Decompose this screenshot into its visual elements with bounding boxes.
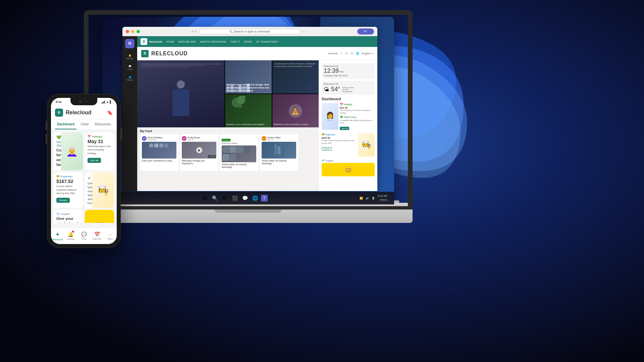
nav-activity[interactable]: 🔔 Activity <box>64 231 77 240</box>
phone-screen: 9:41 ▲ ▌ R Relecloud 🔖 <box>51 98 117 244</box>
signal-bar-4 <box>104 101 105 104</box>
nav-find-it[interactable]: FIND IT <box>230 40 240 43</box>
feed-item-2[interactable]: EB Emily Bruan Sep 19 <box>180 134 218 171</box>
featured-source: Relecloud News <box>222 142 256 144</box>
nav-chat[interactable]: 💬 Chat <box>77 232 90 240</box>
teams-logo-icon: R <box>125 39 135 48</box>
nav-who-we-are[interactable]: WHO WE ARE <box>178 40 196 43</box>
traffic-light-yellow[interactable] <box>131 30 135 33</box>
nav-relecloud[interactable]: ✦ Relecloud <box>51 231 64 241</box>
site-title: RELECLOUD <box>151 51 188 57</box>
expenses-icon: 💳 <box>56 175 60 178</box>
search-icon: 🔍 <box>229 30 233 33</box>
nav-calendar-icon: 📅 <box>94 232 100 237</box>
video-duration: 0:14:06 <box>208 155 216 158</box>
feed-thumb-4 <box>262 142 296 159</box>
card-row-3: 💎 Insights Give your mind a break with H… <box>54 210 114 223</box>
globe-icon[interactable]: 🌐 <box>356 52 359 55</box>
sp-logo: R Relecloud <box>141 38 162 45</box>
insights-emoji: 😊 <box>344 166 353 174</box>
feed-item-1[interactable]: AR Anne Robbins Yesterday <box>140 134 178 171</box>
start-button[interactable]: ⊞ <box>201 194 209 202</box>
teams-teams-icon[interactable]: 👥 Teams <box>124 74 135 83</box>
dashboard-illustration-2: 🧑‍🍳 <box>358 133 375 157</box>
nav-calendar[interactable]: 📅 Calendar <box>91 232 104 240</box>
feed-item-4[interactable]: NW Nestor Wilke Sep 21 <box>260 134 298 171</box>
tab-feed[interactable]: Feed <box>76 120 93 129</box>
nav-chat-icon: 💬 <box>81 232 87 237</box>
hero-tile-sustainable[interactable]: Building a more sustainable world togeth… <box>225 94 272 127</box>
health-check-card[interactable]: 👩‍🦳 💚 Health check Complete before enter… <box>54 132 83 170</box>
star-icon[interactable]: ☆ <box>340 52 343 55</box>
taskbar-right: 📶 🔊 🔋 9:28 AM 5/5/21 <box>360 194 387 202</box>
traffic-light-green[interactable] <box>137 30 140 33</box>
power-button[interactable] <box>121 127 122 141</box>
card-row-1: 👩‍🦳 💚 Health check Complete before enter… <box>54 132 114 170</box>
nav-home[interactable]: HOME <box>166 40 174 43</box>
see-all-button[interactable]: See all <box>340 127 349 130</box>
task-view-button[interactable]: ⧉ <box>221 194 229 202</box>
weather-icon: 🌤 <box>324 86 329 93</box>
feed-items: AR Anne Robbins Yesterday <box>140 134 316 171</box>
insights-icon: 💎 <box>56 213 60 216</box>
nav-my-sharepoint[interactable]: MY SHAREPOINT <box>256 40 278 43</box>
laptop-notch <box>215 206 282 213</box>
chat-button[interactable]: 💬 <box>241 194 249 202</box>
insights-title: Give your mind a break with Headspace <box>56 216 80 223</box>
feed-item-featured[interactable]: Featured Relecloud News <box>220 134 258 171</box>
dashboard-info-1: 📅 Holidays Nov 25 Thanksgiving is the ne… <box>340 103 375 130</box>
dashboard-title: Dashboard <box>322 97 375 101</box>
feed-title: My Feed <box>140 129 316 133</box>
nav-news[interactable]: NEWS <box>244 40 252 43</box>
hero-tile-team[interactable]: Meet the team behind the design: How par… <box>225 60 272 94</box>
holiday-card[interactable]: 📅 Holidays May 31 Memorial day is the ne… <box>85 132 114 170</box>
signal-bar-1 <box>101 103 102 104</box>
expenses-desc: Unsub mitted expense balance due by the … <box>56 185 80 195</box>
insights-card[interactable]: 😊 <box>322 163 375 176</box>
teams-taskbar-icon[interactable]: T <box>261 195 268 201</box>
taskbar-clock[interactable]: 9:28 AM 5/5/21 <box>378 194 387 202</box>
insights-card-phone[interactable]: 💎 Insights Give your mind a break with H… <box>54 210 83 223</box>
nav-more[interactable]: ··· More <box>104 232 117 240</box>
headspace-card[interactable]: 😊 <box>85 210 114 223</box>
laptop-body <box>84 203 413 223</box>
traffic-light-red[interactable] <box>126 30 129 33</box>
see-all-button-phone[interactable]: See all <box>88 158 101 163</box>
dashboard-expenses-tag: 💳 Expenses <box>322 133 357 136</box>
bookmark-icon[interactable]: 🔖 <box>107 110 113 115</box>
volume-down-button[interactable] <box>46 134 47 144</box>
cafe-card-illustration: 🧑‍🍳 <box>92 172 114 208</box>
dashboard-expenses-desc: Unsub mitted expenses balance due by the… <box>322 139 357 145</box>
expenses-card[interactable]: 💳 Expenses $167.52 Unsub mitted expense … <box>54 172 83 208</box>
signal-strength <box>101 101 105 104</box>
feed-author-name-2: Emily Bruan <box>187 136 200 139</box>
teams-chat-icon[interactable]: 💬 Chat <box>124 63 135 72</box>
widgets-button[interactable]: ⬛ <box>231 194 239 202</box>
info-icon[interactable]: ⓘ <box>351 52 353 55</box>
nav-whats-happening[interactable]: WHAT'S HAPPENING <box>200 40 226 43</box>
calendar-icon: 📅 <box>88 135 91 138</box>
sync-icon[interactable]: ↻ <box>345 52 348 55</box>
tab-resources[interactable]: Resources <box>93 120 113 129</box>
details-button-phone[interactable]: Details <box>56 198 70 203</box>
cafe-tag: ☕ Café 40 <box>88 175 91 181</box>
edge-button[interactable]: 🌐 <box>251 194 259 202</box>
dashboard-holidays-tag: 📅 Holidays <box>340 103 375 106</box>
general-label: General <box>328 52 337 55</box>
cafe-card[interactable]: 🧑‍🍳 ☕ Café 40 Get today's menu, specials… <box>85 172 114 208</box>
tab-dashboard[interactable]: Dashboard <box>55 120 76 129</box>
details-button[interactable]: Details <box>322 147 332 150</box>
address-bar[interactable]: 🔍 Search or type a command <box>199 29 300 34</box>
volume-up-button[interactable] <box>46 121 47 131</box>
teams-activity-icon[interactable]: 🔔 Activity <box>124 52 135 62</box>
teams-sidebar: R 🔔 Activity 💬 Chat 👥 Teams <box>122 36 137 191</box>
nav-chat-label: Chat <box>82 238 87 240</box>
search-button[interactable]: 🔍 <box>211 194 219 202</box>
hero-tile-wellbeing[interactable]: 🧘 Wellbeing: Carve out breaks in Outlook <box>272 94 319 127</box>
windows-taskbar: ⊞ 🔍 ⧉ ⬛ 💬 🌐 T 📶 🔊 🔋 9:28 AM 5/5/21 <box>102 192 394 204</box>
signal-bar-3 <box>103 101 104 104</box>
sp-body: Meet the team behind the design: How par… <box>137 60 319 191</box>
hero-tile-innovation[interactable]: Launching new product innovation, develo… <box>272 60 319 94</box>
feed-author-4: NW Nestor Wilke Sep 21 <box>262 136 296 141</box>
language-label: English ∨ <box>362 52 373 55</box>
